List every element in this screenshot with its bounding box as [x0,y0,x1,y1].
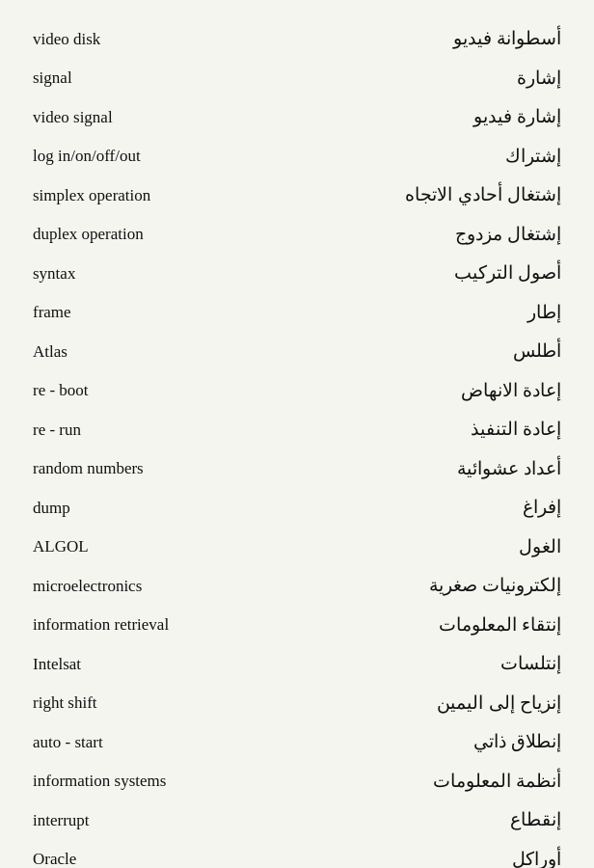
arabic-term: إعادة التنفيذ [270,410,565,449]
table-row: information retrievalإنتقاء المعلومات [29,606,565,645]
arabic-term: أعداد عشوائية [270,449,565,489]
arabic-term: أوراكل [270,840,565,869]
english-term: auto - start [29,722,270,762]
table-row: Oracleأوراكل [29,840,565,869]
table-row: signalإشارة [29,59,565,98]
english-term: information retrieval [29,606,270,645]
english-term: re - run [29,410,270,449]
arabic-term: إنتقاء المعلومات [270,606,565,645]
table-row: dumpإفراغ [29,488,565,528]
arabic-term: أسطوانة فيديو [270,19,565,59]
table-row: information systemsأنظمة المعلومات [29,762,565,801]
arabic-term: أصول التركيب [270,254,565,293]
arabic-term: إنزياح إلى اليمين [270,684,565,723]
table-row: random numbersأعداد عشوائية [29,449,565,489]
table-row: auto - startإنطلاق ذاتي [29,722,565,762]
english-term: frame [29,293,270,333]
english-term: Intelsat [29,644,270,684]
arabic-term: إفراغ [270,488,565,528]
english-term: information systems [29,762,270,801]
table-row: syntaxأصول التركيب [29,254,565,293]
table-row: log in/on/off/outإشتراك [29,137,565,176]
arabic-term: إشارة [270,59,565,98]
arabic-term: إعادة الانهاض [270,371,565,411]
english-term: log in/on/off/out [29,137,270,176]
english-term: signal [29,59,270,98]
english-term: ALGOL [29,528,270,567]
arabic-term: إشارة فيديو [270,97,565,137]
english-term: re - boot [29,371,270,411]
english-term: simplex operation [29,176,270,215]
english-term: microelectronics [29,566,270,606]
table-row: microelectronicsإلكترونيات صغرية [29,566,565,606]
table-row: Atlasأطلس [29,332,565,371]
arabic-term: إشتراك [270,137,565,176]
dictionary-table: video diskأسطوانة فيديوsignalإشارةvideo … [29,19,565,868]
table-row: Intelsatإنتلسات [29,644,565,684]
english-term: Atlas [29,332,270,371]
english-term: right shift [29,684,270,723]
table-row: re - runإعادة التنفيذ [29,410,565,449]
english-term: video disk [29,19,270,59]
arabic-term: إنتلسات [270,644,565,684]
english-term: video signal [29,97,270,137]
table-row: re - bootإعادة الانهاض [29,371,565,411]
english-term: duplex operation [29,215,270,255]
arabic-term: إشتغال مزدوج [270,215,565,255]
table-row: video signalإشارة فيديو [29,97,565,137]
table-row: interruptإنقطاع [29,800,565,840]
arabic-term: إطار [270,293,565,333]
arabic-term: إنطلاق ذاتي [270,722,565,762]
arabic-term: أطلس [270,332,565,371]
table-row: duplex operationإشتغال مزدوج [29,215,565,255]
table-row: frameإطار [29,293,565,333]
table-row: right shiftإنزياح إلى اليمين [29,684,565,723]
table-row: simplex operationإشتغال أحادي الاتجاه [29,176,565,215]
arabic-term: إشتغال أحادي الاتجاه [270,176,565,215]
arabic-term: إنقطاع [270,800,565,840]
table-row: ALGOLالغول [29,528,565,567]
english-term: dump [29,488,270,528]
english-term: Oracle [29,840,270,869]
arabic-term: الغول [270,528,565,567]
arabic-term: إلكترونيات صغرية [270,566,565,606]
english-term: interrupt [29,800,270,840]
english-term: random numbers [29,449,270,489]
table-row: video diskأسطوانة فيديو [29,19,565,59]
arabic-term: أنظمة المعلومات [270,762,565,801]
english-term: syntax [29,254,270,293]
